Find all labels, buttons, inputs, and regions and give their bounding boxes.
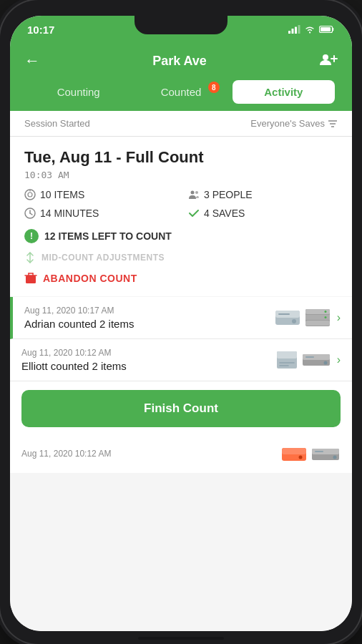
svg-rect-38	[277, 351, 297, 358]
svg-rect-6	[321, 27, 331, 31]
svg-point-36	[324, 316, 326, 318]
activity-item-1-thumbs	[274, 308, 331, 328]
status-time: 10:17	[27, 24, 54, 36]
stat-items: 10 ITEMS	[24, 189, 174, 200]
svg-point-7	[323, 54, 328, 60]
svg-point-14	[28, 192, 32, 197]
trash-icon	[24, 272, 37, 285]
tab-counting[interactable]: Counting	[27, 80, 129, 104]
people-value: 3 PEOPLE	[204, 189, 253, 200]
svg-rect-46	[282, 448, 306, 454]
hdd-thumb-1	[274, 308, 301, 328]
wifi-icon	[304, 25, 315, 34]
battery-icon	[319, 25, 335, 34]
alert-icon: !	[24, 229, 39, 243]
activity-item-2-description: Elliott counted 2 items	[21, 360, 275, 372]
partial-timestamp: Aug 11, 2020 10:12 AM	[21, 449, 111, 459]
svg-point-17	[195, 191, 198, 194]
partial-item-info: Aug 11, 2020 10:12 AM	[21, 449, 111, 461]
activity-item-2-thumbs	[275, 350, 331, 370]
svg-rect-50	[315, 451, 323, 452]
partial-activity-item[interactable]: Aug 11, 2020 10:12 AM	[10, 436, 352, 473]
activity-item-2-timestamp: Aug 11, 2020 10:12 AM	[21, 348, 275, 358]
svg-rect-3	[298, 25, 300, 34]
activity-list: Aug 11, 2020 10:17 AM Adrian counted 2 i…	[10, 297, 352, 631]
svg-point-35	[324, 311, 326, 313]
counted-badge: 8	[208, 82, 220, 93]
svg-line-20	[30, 213, 32, 215]
tab-counted[interactable]: Counted 8	[129, 80, 232, 104]
svg-point-51	[333, 456, 337, 459]
ssd-thumb-2	[310, 444, 341, 464]
svg-rect-0	[288, 31, 290, 34]
activity-item-2-info: Aug 11, 2020 10:12 AM Elliott counted 2 …	[21, 348, 275, 372]
adjust-icon	[24, 252, 36, 263]
stat-saves: 4 SAVES	[188, 208, 338, 219]
svg-rect-22	[26, 275, 36, 283]
count-stats: 10 ITEMS 3 PEOPLE	[24, 189, 338, 219]
add-user-button[interactable]	[316, 49, 341, 73]
svg-point-29	[292, 319, 296, 323]
chevron-right-icon-1: ›	[337, 311, 341, 324]
orange-thumb	[280, 444, 308, 464]
finish-button-container: Finish Count	[10, 381, 352, 436]
check-icon	[188, 208, 200, 219]
back-button[interactable]: ←	[21, 49, 43, 73]
ssd-thumb-1	[301, 350, 331, 370]
activity-item-1-description: Adrian counted 2 items	[24, 318, 274, 330]
svg-rect-30	[278, 313, 290, 315]
finish-count-button[interactable]: Finish Count	[21, 390, 341, 427]
count-time: 10:03 AM	[24, 170, 338, 180]
card-thumb-1	[275, 350, 298, 370]
abandon-label: ABANDON COUNT	[43, 273, 137, 284]
minutes-value: 14 MINUTES	[40, 208, 99, 219]
svg-point-44	[323, 361, 327, 365]
activity-item-1[interactable]: Aug 11, 2020 10:17 AM Adrian counted 2 i…	[10, 297, 352, 339]
partial-thumbs	[280, 444, 341, 464]
svg-rect-43	[305, 356, 314, 358]
mid-count-row[interactable]: MID-COUNT ADJUSTMENTS	[24, 252, 338, 263]
status-icons	[288, 25, 335, 34]
everyone-saves: Everyone's Saves	[250, 118, 338, 129]
svg-point-16	[191, 191, 195, 195]
items-value: 10 ITEMS	[40, 189, 84, 200]
tabs: Counting Counted 8 Activity	[21, 80, 341, 111]
alert-row: ! 12 ITEMS LEFT TO COUNT	[24, 229, 338, 243]
svg-point-4	[309, 32, 310, 34]
items-icon	[24, 189, 36, 200]
count-card: Tue, Aug 11 - Full Count 10:03 AM 10 ITE…	[10, 137, 352, 296]
activity-item-1-info: Aug 11, 2020 10:17 AM Adrian counted 2 i…	[24, 306, 274, 330]
page-title: Park Ave	[152, 54, 207, 69]
people-icon	[188, 189, 200, 200]
time-icon	[24, 208, 36, 219]
tab-activity[interactable]: Activity	[233, 80, 335, 104]
svg-rect-2	[295, 27, 297, 34]
activity-item-1-timestamp: Aug 11, 2020 10:17 AM	[24, 306, 274, 316]
session-header: Session Started Everyone's Saves	[10, 111, 352, 137]
stat-minutes: 14 MINUTES	[24, 208, 174, 219]
saves-value: 4 SAVES	[204, 208, 245, 219]
alert-text: 12 ITEMS LEFT TO COUNT	[44, 230, 172, 242]
count-title: Tue, Aug 11 - Full Count	[24, 148, 338, 167]
activity-item-2[interactable]: Aug 11, 2020 10:12 AM Elliott counted 2 …	[10, 339, 352, 381]
mid-count-label: MID-COUNT ADJUSTMENTS	[41, 253, 165, 263]
stat-people: 3 PEOPLE	[188, 189, 338, 200]
chevron-right-icon-2: ›	[337, 353, 341, 366]
svg-point-47	[299, 456, 303, 459]
session-started-label: Session Started	[24, 118, 90, 129]
signal-icon	[288, 25, 300, 34]
content-area: Session Started Everyone's Saves Tue, Au…	[10, 111, 352, 631]
abandon-row[interactable]: ABANDON COUNT	[24, 272, 338, 285]
home-indicator	[138, 637, 224, 640]
filter-icon[interactable]	[328, 119, 338, 128]
header: ← Park Ave Counting Counted	[10, 43, 352, 111]
svg-rect-1	[292, 29, 294, 34]
server-thumb-1	[304, 308, 331, 328]
svg-rect-34	[305, 321, 330, 326]
